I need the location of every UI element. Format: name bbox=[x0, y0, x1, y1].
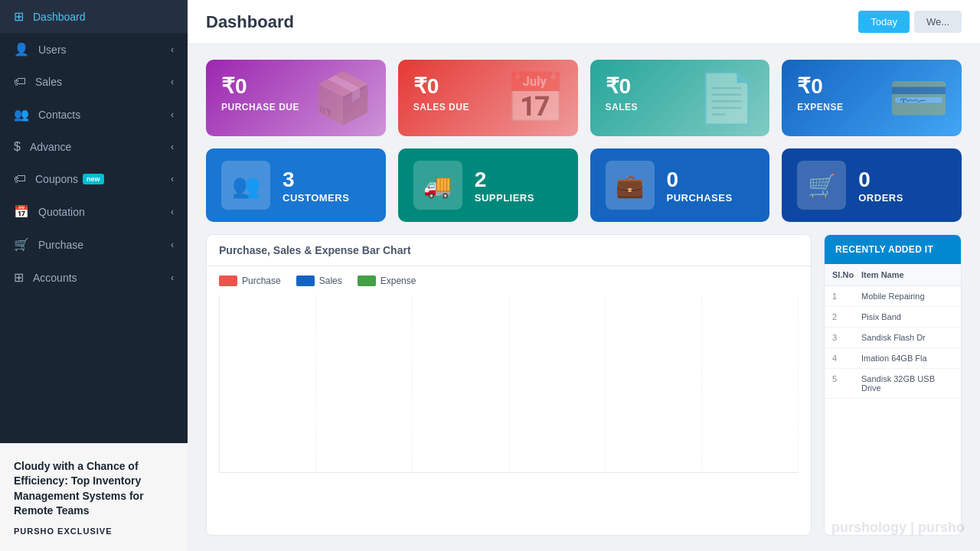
ad-title: Cloudy with a Chance of Efficiency: Top … bbox=[14, 459, 174, 519]
chevron-icon: ‹ bbox=[171, 44, 174, 55]
sidebar-label-contacts: Contacts bbox=[38, 109, 80, 121]
sidebar-label-accounts: Accounts bbox=[33, 272, 77, 284]
suppliers-icon: 🚚 bbox=[413, 161, 462, 210]
orders-icon: 🛒 bbox=[797, 161, 846, 210]
stat-card-sales[interactable]: ₹0 SALES 📄 bbox=[590, 60, 770, 136]
col-name-header: Item Name bbox=[861, 270, 953, 279]
bottom-row: Purchase, Sales & Expense Bar Chart Purc… bbox=[206, 234, 962, 536]
sidebar-item-accounts[interactable]: ⊞ Accounts ‹ bbox=[0, 261, 188, 294]
chevron-icon-coupons: ‹ bbox=[171, 174, 174, 184]
legend-sales-label: Sales bbox=[319, 276, 342, 286]
sales-icon: 📄 bbox=[696, 70, 757, 127]
sidebar-label-quotation: Quotation bbox=[38, 206, 85, 218]
sidebar-label-coupons: Coupons bbox=[35, 173, 78, 185]
stat-card-sales-due[interactable]: ₹0 SALES DUE 📅 bbox=[398, 60, 578, 136]
recently-row-4: 4 Imation 64GB Fla bbox=[825, 348, 961, 369]
dashboard-icon: ⊞ bbox=[14, 9, 24, 24]
contacts-icon: 👥 bbox=[14, 107, 29, 122]
purchases-count: 0 bbox=[667, 168, 733, 192]
chart-col-6 bbox=[702, 295, 799, 472]
info-cards-row: 👥 3 CUSTOMERS 🚚 2 SUPPLIERS 💼 0 PURCHASE… bbox=[206, 148, 962, 222]
legend-sales-dot bbox=[296, 276, 315, 286]
legend-purchase-label: Purchase bbox=[242, 276, 281, 286]
legend-sales: Sales bbox=[296, 276, 342, 286]
stat-card-purchase-due[interactable]: ₹0 PURCHASE DUE 📦 bbox=[206, 60, 386, 136]
stat-cards-row: ₹0 PURCHASE DUE 📦 ₹0 SALES DUE 📅 ₹0 SALE… bbox=[206, 60, 962, 136]
chart-col-3 bbox=[413, 295, 509, 472]
orders-label: ORDERS bbox=[858, 192, 903, 204]
new-badge: new bbox=[83, 174, 104, 184]
chevron-icon-purchase: ‹ bbox=[171, 240, 174, 250]
sidebar-item-purchase[interactable]: 🛒 Purchase ‹ bbox=[0, 228, 188, 261]
dashboard-content: ₹0 PURCHASE DUE 📦 ₹0 SALES DUE 📅 ₹0 SALE… bbox=[188, 44, 980, 551]
sales-icon: 🏷 bbox=[14, 75, 26, 89]
purchase-icon: 🛒 bbox=[14, 237, 29, 252]
main-content: Dashboard Today We... ₹0 PURCHASE DUE 📦 … bbox=[188, 0, 980, 551]
chevron-icon-accounts: ‹ bbox=[171, 272, 174, 283]
info-card-suppliers[interactable]: 🚚 2 SUPPLIERS bbox=[398, 148, 578, 222]
row-2-name: Pisix Band bbox=[861, 312, 953, 321]
purchases-icon: 💼 bbox=[606, 161, 655, 210]
stat-card-expense[interactable]: ₹0 EXPENSE 💳 bbox=[782, 60, 962, 136]
users-icon: 👤 bbox=[14, 42, 29, 57]
row-1-sl: 1 bbox=[832, 292, 855, 301]
purchases-label: PURCHASES bbox=[667, 192, 733, 204]
today-button[interactable]: Today bbox=[858, 11, 910, 33]
row-5-name: Sandisk 32GB USB Drive bbox=[861, 374, 953, 393]
chart-col-1 bbox=[220, 295, 316, 472]
sidebar-item-coupons[interactable]: 🏷 Coupons new ‹ bbox=[0, 163, 188, 195]
suppliers-count: 2 bbox=[475, 168, 534, 192]
sidebar-label-purchase: Purchase bbox=[38, 239, 83, 251]
sidebar-item-dashboard[interactable]: ⊞ Dashboard bbox=[0, 0, 188, 33]
chart-title: Purchase, Sales & Expense Bar Chart bbox=[207, 235, 811, 266]
sidebar-label-users: Users bbox=[38, 44, 67, 56]
row-3-sl: 3 bbox=[832, 333, 855, 342]
recently-added-header: RECENTLY ADDED IT bbox=[825, 235, 961, 264]
row-4-sl: 4 bbox=[832, 354, 855, 363]
info-card-customers[interactable]: 👥 3 CUSTOMERS bbox=[206, 148, 386, 222]
recently-row-2: 2 Pisix Band bbox=[825, 307, 961, 328]
sidebar-label-sales: Sales bbox=[35, 76, 62, 88]
chart-col-4 bbox=[509, 295, 606, 472]
col-sl-header: Sl.No bbox=[832, 270, 855, 279]
chart-legend: Purchase Sales Expense bbox=[207, 266, 811, 295]
chevron-icon-quotation: ‹ bbox=[171, 207, 174, 217]
row-2-sl: 2 bbox=[832, 312, 855, 321]
recently-added-section: RECENTLY ADDED IT Sl.No Item Name 1 Mobi… bbox=[824, 234, 962, 536]
legend-expense: Expense bbox=[358, 276, 416, 286]
recently-table-header: Sl.No Item Name bbox=[825, 264, 961, 286]
ad-label: PURSHO EXCLUSIVE bbox=[14, 527, 174, 536]
chevron-icon-advance: ‹ bbox=[171, 142, 174, 152]
legend-expense-label: Expense bbox=[381, 276, 416, 286]
row-1-name: Mobile Repairing bbox=[861, 292, 953, 301]
chevron-icon-contacts: ‹ bbox=[171, 109, 174, 120]
page-title: Dashboard bbox=[206, 12, 294, 32]
sidebar-item-users[interactable]: 👤 Users ‹ bbox=[0, 33, 188, 66]
customers-count: 3 bbox=[283, 168, 349, 192]
row-4-name: Imation 64GB Fla bbox=[861, 354, 953, 363]
customers-label: CUSTOMERS bbox=[283, 192, 349, 204]
chart-col-5 bbox=[606, 295, 702, 472]
customers-icon: 👥 bbox=[221, 161, 270, 210]
sidebar-label-dashboard: Dashboard bbox=[33, 11, 86, 23]
recently-row-3: 3 Sandisk Flash Dr bbox=[825, 328, 961, 348]
orders-count: 0 bbox=[858, 168, 903, 192]
recently-added-table: Sl.No Item Name 1 Mobile Repairing 2 Pis… bbox=[825, 264, 961, 399]
sidebar-item-contacts[interactable]: 👥 Contacts ‹ bbox=[0, 98, 188, 131]
sidebar-item-sales[interactable]: 🏷 Sales ‹ bbox=[0, 66, 188, 98]
sidebar-label-advance: Advance bbox=[30, 141, 71, 153]
info-card-purchases[interactable]: 💼 0 PURCHASES bbox=[590, 148, 770, 222]
suppliers-label: SUPPLIERS bbox=[475, 192, 534, 204]
top-bar: Dashboard Today We... bbox=[188, 0, 980, 44]
sidebar-item-advance[interactable]: $ Advance ‹ bbox=[0, 131, 188, 163]
accounts-icon: ⊞ bbox=[14, 270, 24, 285]
top-bar-actions: Today We... bbox=[858, 11, 962, 33]
legend-purchase-dot bbox=[219, 276, 237, 286]
recently-row-1: 1 Mobile Repairing bbox=[825, 286, 961, 307]
week-button[interactable]: We... bbox=[914, 11, 962, 33]
sidebar-item-quotation[interactable]: 📅 Quotation ‹ bbox=[0, 195, 188, 228]
chart-col-2 bbox=[316, 295, 413, 472]
info-card-orders[interactable]: 🛒 0 ORDERS bbox=[782, 148, 962, 222]
coupons-icon: 🏷 bbox=[14, 172, 26, 186]
ad-overlay: Cloudy with a Chance of Efficiency: Top … bbox=[0, 443, 188, 551]
